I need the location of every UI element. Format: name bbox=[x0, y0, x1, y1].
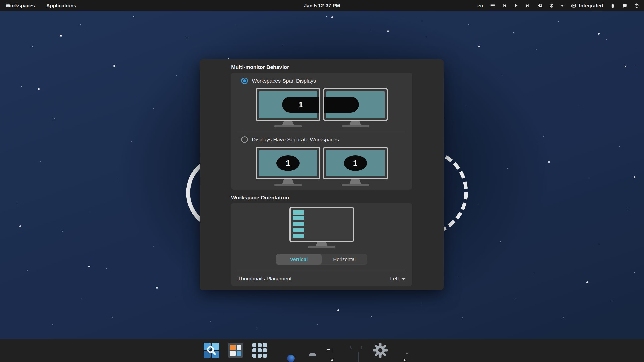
thumbnails-placement-value: Left bbox=[390, 276, 399, 282]
dock-launcher[interactable] bbox=[204, 343, 219, 358]
tiling-icon bbox=[228, 343, 243, 358]
separate-displays-illustration: 1 1 bbox=[231, 147, 412, 186]
thumbnails-placement-label: Thumbnails Placement bbox=[238, 276, 292, 282]
gear-icon bbox=[373, 343, 388, 358]
workspace-number: 1 bbox=[353, 159, 358, 168]
monitor-stand bbox=[282, 179, 294, 184]
segment-horizontal[interactable]: Horizontal bbox=[322, 254, 367, 265]
monitor-stand bbox=[350, 179, 361, 184]
workspace-pill: 1 bbox=[276, 155, 300, 171]
desktop: Workspaces Applications Jan 5 12:37 PM e… bbox=[0, 0, 644, 362]
play-icon[interactable] bbox=[513, 3, 518, 8]
workspace-pill: 1 bbox=[344, 155, 367, 171]
workspace-number: 1 bbox=[286, 159, 290, 168]
launcher-icon bbox=[204, 343, 219, 358]
dock-media-app[interactable] bbox=[348, 343, 364, 358]
dock-firefox[interactable] bbox=[276, 343, 292, 358]
running-indicator bbox=[404, 359, 406, 361]
clock[interactable]: Jan 5 12:37 PM bbox=[300, 0, 344, 11]
orientation-segmented-control: Vertical Horizontal bbox=[276, 254, 367, 265]
monitor-graphic-left: 1 bbox=[256, 147, 320, 186]
battery-icon[interactable] bbox=[610, 3, 615, 9]
monitor-graphic-left: 1 bbox=[256, 88, 320, 127]
monitor-stand bbox=[316, 242, 328, 246]
monitor-base bbox=[342, 184, 369, 186]
keyboard-layout-indicator[interactable]: en bbox=[477, 3, 483, 9]
magnifier-glyph bbox=[206, 345, 217, 356]
thumbnails-placement-row: Thumbnails Placement Left bbox=[231, 271, 412, 286]
system-tray: en Integrat bbox=[477, 0, 644, 11]
graphics-mode-label: Integrated bbox=[579, 3, 603, 9]
workspace-pill-continuation bbox=[324, 97, 359, 113]
orientation-section-title: Workspace Orientation bbox=[231, 195, 412, 201]
monitor-base bbox=[274, 125, 302, 127]
dock-web-app[interactable] bbox=[397, 343, 412, 358]
thumbnails-placement-dropdown[interactable]: Left bbox=[390, 276, 406, 282]
bluetooth-icon[interactable] bbox=[549, 3, 554, 8]
option-workspaces-span-label: Workspaces Span Displays bbox=[252, 78, 316, 84]
dock-terminal[interactable] bbox=[324, 343, 340, 358]
chevron-down-icon bbox=[401, 278, 406, 280]
volume-icon[interactable] bbox=[537, 3, 543, 9]
orientation-monitor-graphic bbox=[289, 207, 354, 248]
orientation-card: Vertical Horizontal Thumbnails Placement… bbox=[231, 203, 412, 286]
option-workspaces-span[interactable]: Workspaces Span Displays 1 bbox=[231, 73, 412, 131]
terminal-cursor bbox=[327, 349, 330, 350]
app-grid-icon bbox=[252, 343, 267, 358]
notifications-icon[interactable] bbox=[622, 3, 627, 8]
power-icon[interactable] bbox=[634, 3, 639, 8]
applications-menu[interactable]: Applications bbox=[41, 0, 82, 11]
graphics-chip-icon bbox=[571, 3, 577, 9]
monitor-graphic-right bbox=[323, 88, 388, 127]
monitor-base bbox=[308, 246, 335, 248]
monitor-base bbox=[342, 125, 369, 127]
previous-track-icon[interactable] bbox=[502, 3, 507, 8]
option-separate-workspaces-label: Displays Have Separate Workspaces bbox=[252, 137, 339, 143]
multimonitor-section-title: Multi-monitor Behavior bbox=[231, 64, 412, 70]
workspaces-menu[interactable]: Workspaces bbox=[0, 0, 41, 11]
workspace-number: 1 bbox=[299, 100, 303, 109]
option-separate-workspaces[interactable]: Displays Have Separate Workspaces 1 bbox=[231, 131, 412, 190]
multimonitor-card: Workspaces Span Displays 1 bbox=[231, 73, 412, 190]
orientation-illustration bbox=[231, 207, 412, 248]
monitor-base bbox=[274, 184, 302, 186]
settings-window: Multi-monitor Behavior Workspaces Span D… bbox=[200, 59, 444, 290]
top-bar: Workspaces Applications Jan 5 12:37 PM e… bbox=[0, 0, 644, 11]
graphics-mode-indicator[interactable]: Integrated bbox=[571, 3, 603, 9]
workspace-pill: 1 bbox=[282, 97, 319, 113]
dropdown-caret-icon[interactable] bbox=[561, 5, 564, 7]
dock bbox=[0, 339, 644, 362]
dock-tiling-preferences[interactable] bbox=[228, 343, 243, 358]
span-displays-illustration: 1 bbox=[231, 88, 412, 127]
workspace-thumbnails-column bbox=[293, 210, 304, 238]
monitor-graphic-right: 1 bbox=[323, 147, 388, 186]
running-indicator bbox=[331, 359, 333, 361]
monitor-stand bbox=[350, 121, 361, 125]
next-track-icon[interactable] bbox=[525, 3, 530, 8]
terminal-icon bbox=[332, 348, 333, 353]
radio-workspaces-span[interactable] bbox=[241, 78, 248, 84]
segment-vertical[interactable]: Vertical bbox=[276, 254, 322, 265]
monitor-stand bbox=[282, 121, 294, 125]
playlist-icon[interactable] bbox=[490, 3, 495, 8]
top-bar-menus: Workspaces Applications bbox=[0, 0, 82, 11]
dock-settings[interactable] bbox=[373, 343, 388, 358]
dock-files[interactable] bbox=[300, 343, 316, 358]
dock-app-grid[interactable] bbox=[252, 343, 267, 358]
radio-separate-workspaces[interactable] bbox=[241, 136, 248, 143]
